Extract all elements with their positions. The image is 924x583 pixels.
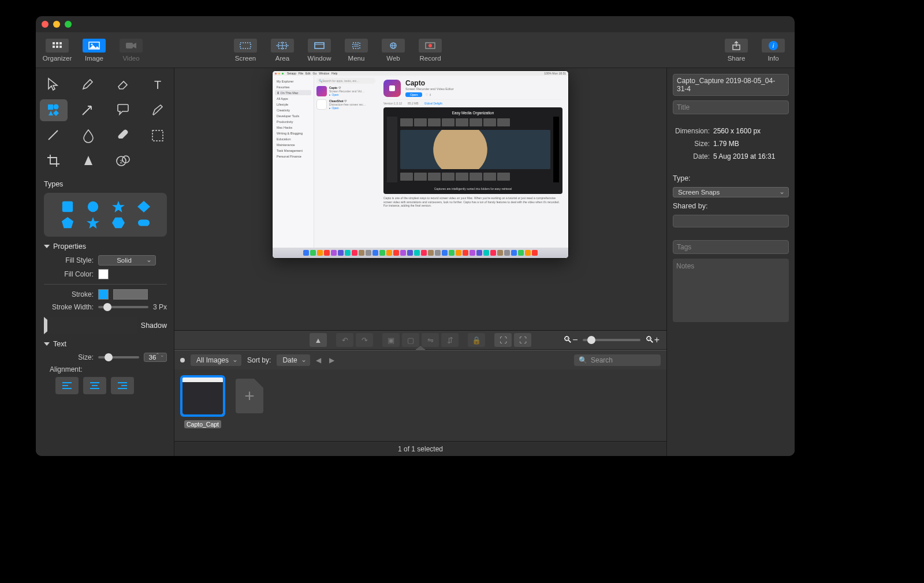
area-button[interactable]: Area [266, 35, 299, 66]
image-button[interactable]: Image [77, 35, 111, 66]
spotlight-icon [81, 154, 96, 169]
mode-group: OrganizerImageVideo [40, 35, 148, 66]
grid-icon [46, 39, 69, 53]
dimension-label: Dimension: [673, 127, 710, 135]
window-button[interactable]: Window [303, 35, 336, 66]
tags-field[interactable]: Tags [673, 240, 789, 254]
star-icon [111, 200, 126, 213]
svg-rect-0 [53, 42, 55, 44]
svg-rect-9 [240, 43, 251, 48]
shape-star2[interactable] [84, 216, 102, 230]
preview-sidebar: My Explorer Favorites⬇ On This Mac All A… [273, 76, 314, 248]
menu-button[interactable]: Menu [340, 35, 373, 66]
send-back-icon: ▢ [407, 336, 414, 345]
add-capture-button[interactable]: + [236, 379, 263, 413]
marker-icon [150, 103, 165, 118]
svg-point-22 [429, 44, 432, 47]
thumbnail-search-input[interactable]: 🔍 Search [574, 354, 661, 366]
main-toolbar: OrganizerImageVideo ScreenAreaWindowMenu… [36, 32, 795, 68]
window-icon [308, 39, 331, 53]
tool-eraser2[interactable] [109, 125, 137, 147]
close-window-button[interactable] [42, 21, 49, 28]
tool-marquee[interactable] [144, 125, 172, 147]
svg-marker-29 [49, 111, 53, 115]
prev-arrow-icon[interactable]: ◀ [316, 356, 321, 364]
notes-field[interactable]: Notes [673, 259, 789, 322]
bring-front-icon: ▣ [388, 336, 394, 345]
tool-step[interactable]: 2 [109, 150, 137, 172]
filename-field[interactable]: Capto_Capture 2019-08-05_04-31-4 [673, 74, 789, 96]
zoom-in-icon[interactable]: 🔍︎+ [645, 335, 660, 345]
align-right-button[interactable] [111, 377, 134, 394]
shape-hexagon[interactable] [110, 216, 127, 230]
tool-shapes[interactable] [40, 99, 68, 121]
type-select[interactable]: Screen Snaps [673, 187, 789, 197]
svg-line-31 [49, 130, 58, 140]
roundrect-icon [136, 216, 151, 229]
record-button[interactable]: Record [413, 35, 447, 66]
thumbnail-item[interactable]: Capto_Capt [180, 375, 225, 428]
fit-icon: ⛶ [500, 336, 507, 345]
filter-select[interactable]: All Images [191, 354, 241, 366]
fill-color-swatch[interactable] [98, 269, 109, 279]
stroke-color-swatch[interactable] [98, 289, 109, 300]
zoom-window-button[interactable] [65, 21, 72, 28]
text-size-value[interactable]: 36 [144, 353, 167, 362]
svg-text:T: T [154, 79, 161, 91]
actual-icon: ⛶ [519, 336, 527, 345]
title-field[interactable]: Title [673, 100, 789, 114]
stroke-style-swatch[interactable] [113, 289, 148, 300]
svg-rect-2 [59, 42, 62, 44]
tool-arrow[interactable] [74, 99, 102, 121]
properties-heading[interactable]: Properties [44, 242, 167, 251]
tool-line[interactable] [40, 125, 68, 147]
shape-star[interactable] [110, 200, 127, 214]
next-arrow-icon[interactable]: ▶ [329, 356, 334, 364]
minimize-window-button[interactable] [53, 21, 60, 28]
fill-style-select[interactable]: Solid [98, 255, 156, 266]
zoom-out-icon[interactable]: 🔍︎− [563, 335, 578, 345]
shape-diamond[interactable] [135, 200, 152, 214]
dimension-value: 2560 x 1600 px [713, 127, 761, 135]
shape-pentagon[interactable] [59, 216, 76, 230]
shadow-heading[interactable]: Shadow [44, 317, 167, 334]
preview-detail: Capto Screen Recorder and Video Editor O… [378, 76, 568, 248]
svg-point-7 [91, 43, 93, 45]
canvas-undo-button: ↶ [336, 333, 353, 347]
tool-text[interactable]: T [144, 74, 172, 96]
shape-circle[interactable] [84, 200, 102, 214]
text-size-slider[interactable] [98, 356, 139, 358]
canvas-cursor-button[interactable]: ▲ [310, 333, 327, 347]
redo-icon: ↷ [362, 336, 368, 345]
web-button[interactable]: Web [377, 35, 410, 66]
info-button[interactable]: iInfo [757, 35, 790, 66]
status-bar: 1 of 1 selected [174, 441, 666, 456]
align-left-button[interactable] [55, 377, 79, 394]
canvas-actual-button[interactable]: ⛶ [514, 333, 531, 347]
types-heading[interactable]: Types [44, 180, 167, 188]
tool-eraser[interactable] [109, 74, 137, 96]
sort-select[interactable]: Date [277, 354, 310, 366]
shape-picker [44, 193, 167, 237]
tool-blur-drop[interactable] [74, 125, 102, 147]
organizer-button[interactable]: Organizer [40, 35, 74, 66]
share-button[interactable]: Share [720, 35, 753, 66]
tool-marker[interactable] [144, 99, 172, 121]
sharedby-field[interactable] [673, 215, 789, 227]
canvas-fit-button[interactable]: ⛶ [494, 333, 512, 347]
tool-crop[interactable] [40, 150, 68, 172]
align-center-button[interactable] [83, 377, 106, 394]
shape-square[interactable] [59, 200, 76, 214]
screen-icon [234, 39, 257, 53]
canvas-area[interactable]: SetappFileEditGoWindowHelp 100% Mon 18:3… [174, 68, 666, 330]
zoom-slider[interactable] [583, 339, 640, 341]
tool-pencil[interactable] [74, 74, 102, 96]
tool-speech[interactable] [109, 99, 137, 121]
shape-roundrect[interactable] [135, 216, 152, 230]
screen-button[interactable]: Screen [229, 35, 262, 66]
text-heading[interactable]: Text [44, 340, 167, 348]
search-icon: 🔍 [579, 356, 587, 364]
tool-spotlight[interactable] [74, 150, 102, 172]
tool-cursor[interactable] [40, 74, 68, 96]
stroke-width-slider[interactable] [98, 306, 148, 308]
